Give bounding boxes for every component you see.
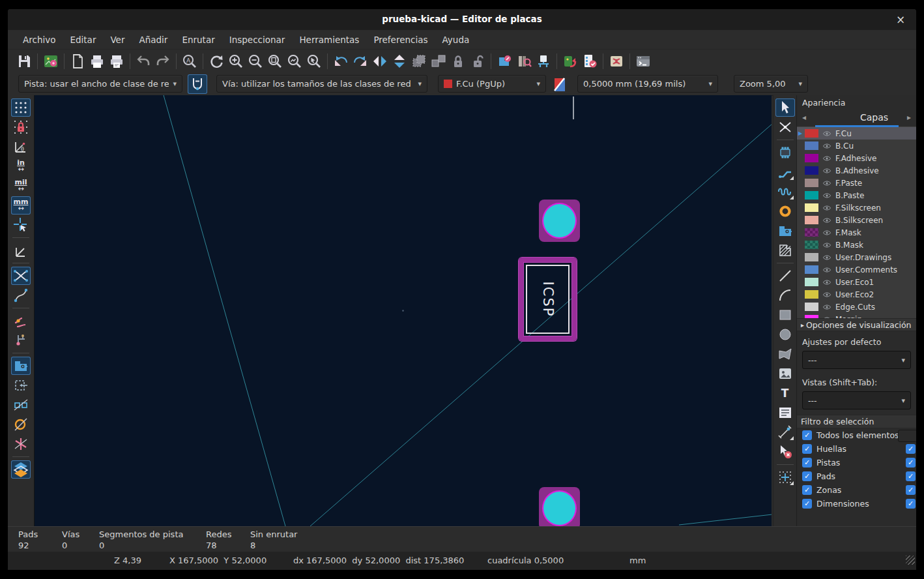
hide-net-ratsnest-button[interactable]: [11, 331, 31, 349]
pcb-canvas[interactable]: ICSP: [34, 95, 772, 526]
pcb-pad[interactable]: [539, 200, 580, 242]
visibility-eye-icon[interactable]: [822, 315, 831, 319]
curved-ratsnest-button[interactable]: [11, 286, 31, 304]
sketch-pads-button[interactable]: [11, 415, 31, 434]
show-hidden-nets-button[interactable]: [607, 52, 626, 71]
layer-color-swatch[interactable]: [805, 315, 818, 318]
layer-color-swatch[interactable]: [805, 141, 818, 150]
add-textbox-button[interactable]: [775, 404, 795, 422]
browse-libraries-button[interactable]: [514, 52, 534, 71]
checkbox[interactable]: ✓: [802, 458, 812, 468]
sketch-footprints-button[interactable]: [11, 396, 31, 414]
menu-editar[interactable]: Editar: [63, 32, 103, 48]
viewports-dropdown[interactable]: --- ▾: [802, 391, 911, 409]
layer-row-f-mask[interactable]: F.Mask: [797, 226, 916, 239]
visibility-eye-icon[interactable]: [822, 278, 831, 287]
add-via-button[interactable]: [775, 202, 795, 220]
zoom-in-button[interactable]: [226, 52, 246, 71]
ungroup-button[interactable]: [429, 52, 448, 71]
layer-row-margin[interactable]: Margin: [797, 313, 916, 318]
local-ratsnest-tool-button[interactable]: [775, 118, 795, 136]
presets-dropdown[interactable]: --- ▾: [802, 351, 911, 369]
checkbox[interactable]: ✓: [906, 499, 916, 509]
add-footprint-button[interactable]: [775, 143, 795, 162]
design-rules-check-button[interactable]: [580, 52, 599, 71]
layer-color-swatch[interactable]: [805, 253, 818, 261]
select-tool-button[interactable]: [775, 98, 795, 117]
visibility-eye-icon[interactable]: [822, 253, 831, 262]
layer-row-f-cu[interactable]: ▶F.Cu: [797, 127, 916, 140]
filter-options-button[interactable]: [898, 430, 916, 442]
zoom-out-button[interactable]: [246, 52, 265, 71]
board-setup-button[interactable]: [41, 52, 61, 71]
title-bar[interactable]: prueba-kicad — Editor de placas ×: [8, 9, 916, 30]
find-button[interactable]: [180, 52, 199, 71]
zones-filled-button[interactable]: [11, 357, 31, 375]
rotate-ccw-button[interactable]: [331, 52, 351, 71]
layer-row-user-eco1[interactable]: User.Eco1: [797, 276, 916, 288]
print-button[interactable]: [87, 52, 107, 71]
menu-herramientas[interactable]: Herramientas: [292, 32, 366, 48]
checkbox[interactable]: ✓: [802, 485, 812, 495]
save-button[interactable]: [14, 52, 34, 71]
group-button[interactable]: [409, 52, 429, 71]
layer-color-swatch[interactable]: [805, 179, 818, 187]
track-width-dropdown[interactable]: Pista: usar el ancho de clase de red ▾: [18, 75, 182, 93]
undo-button[interactable]: [134, 52, 153, 71]
layer-color-swatch[interactable]: [805, 203, 818, 212]
checkbox[interactable]: ✓: [802, 444, 812, 454]
visibility-eye-icon[interactable]: [822, 203, 831, 213]
layer-row-user-eco2[interactable]: User.Eco2: [797, 288, 916, 301]
draw-polygon-button[interactable]: [775, 345, 795, 363]
tab-scroll-right-icon[interactable]: ▸: [907, 113, 911, 122]
add-filled-zone-button[interactable]: [775, 222, 795, 240]
layer-row-b-paste[interactable]: B.Paste: [797, 189, 916, 201]
tab-layers[interactable]: Capas: [797, 112, 916, 123]
layer-row-b-mask[interactable]: B.Mask: [797, 239, 916, 251]
grid-size-dropdown[interactable]: 0,5000 mm (19,69 mils) ▾: [577, 75, 718, 93]
close-button[interactable]: ×: [894, 13, 907, 26]
visibility-eye-icon[interactable]: [822, 154, 831, 163]
add-rule-area-button[interactable]: [775, 241, 795, 260]
checkbox[interactable]: ✓: [802, 471, 812, 481]
auto-track-width-toggle[interactable]: [188, 74, 207, 94]
zoom-to-selection-button[interactable]: [304, 52, 324, 71]
grid-visibility-button[interactable]: [11, 98, 31, 117]
layer-color-swatch[interactable]: [805, 191, 818, 200]
checkbox[interactable]: ✓: [906, 444, 916, 454]
display-options-expander[interactable]: ▸ Opciones de visualización: [797, 318, 916, 331]
via-size-dropdown[interactable]: Vía: utilizar los tamaños de las clases …: [216, 75, 427, 93]
tune-length-button[interactable]: [775, 183, 795, 201]
menu-anadir[interactable]: Añadir: [132, 32, 175, 48]
visibility-eye-icon[interactable]: [822, 228, 831, 237]
menu-enrutar[interactable]: Enrutar: [175, 32, 222, 48]
visibility-eye-icon[interactable]: [822, 191, 831, 200]
checkbox[interactable]: ✓: [906, 471, 916, 481]
layer-row-edge-cuts[interactable]: Edge.Cuts: [797, 301, 916, 313]
layer-color-swatch[interactable]: [805, 166, 818, 175]
update-pcb-from-schematic-button[interactable]: [560, 52, 580, 71]
units-mils-button[interactable]: mil↔: [11, 177, 31, 195]
checkbox[interactable]: ✓: [906, 485, 916, 495]
sketch-vias-button[interactable]: [11, 435, 31, 453]
grid-origin-button[interactable]: [775, 468, 795, 486]
rotate-cw-button[interactable]: [351, 52, 370, 71]
visibility-eye-icon[interactable]: [822, 179, 831, 188]
layer-row-b-silkscreen[interactable]: B.Silkscreen: [797, 214, 916, 226]
unlock-button[interactable]: [468, 52, 487, 71]
mirror-vertical-button[interactable]: [390, 52, 409, 71]
layer-color-swatch[interactable]: [805, 265, 818, 274]
zoom-fit-page-button[interactable]: [265, 52, 285, 71]
edit-footprint-button[interactable]: [495, 52, 514, 71]
draw-arc-button[interactable]: [775, 286, 795, 304]
layer-pair-button[interactable]: [551, 76, 568, 93]
visibility-eye-icon[interactable]: [822, 303, 831, 312]
redo-button[interactable]: [153, 52, 173, 71]
pcb-pad[interactable]: [539, 487, 580, 526]
polar-coordinates-button[interactable]: [11, 138, 31, 156]
layer-row-f-paste[interactable]: F.Paste: [797, 177, 916, 189]
exchange-footprints-button[interactable]: [534, 52, 553, 71]
visibility-eye-icon[interactable]: [822, 290, 831, 299]
visibility-eye-icon[interactable]: [822, 265, 831, 275]
layer-row-b-adhesive[interactable]: B.Adhesive: [797, 164, 916, 177]
